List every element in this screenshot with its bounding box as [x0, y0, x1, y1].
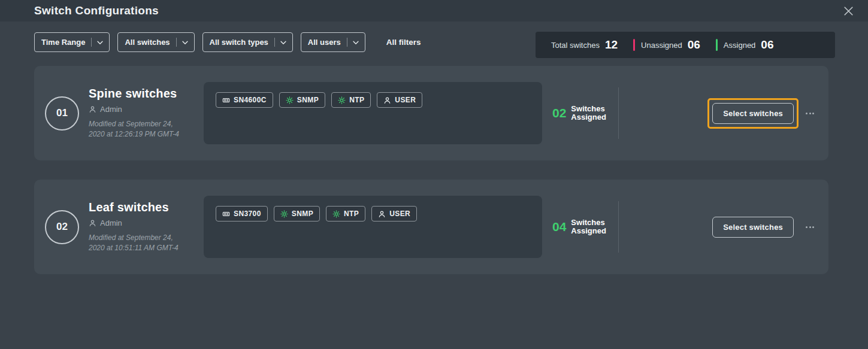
tag-label: NTP: [349, 96, 364, 104]
card-title: Spine switches: [89, 87, 204, 101]
assigned-indicator: [716, 39, 718, 51]
switch-icon: [222, 96, 230, 104]
user-icon: [89, 105, 96, 113]
modified-timestamp: Modified at September 24, 2020 at 12:26:…: [89, 119, 204, 139]
select-switches-button[interactable]: Select switches: [712, 103, 794, 124]
tag: SNMP: [279, 92, 325, 108]
dropdown-label: All switch types: [210, 38, 268, 47]
config-card: 02 Leaf switches Admin Modified at Septe…: [34, 180, 828, 274]
config-card: 01 Spine switches Admin Modified at Sept…: [34, 66, 828, 160]
gear-icon: [332, 210, 340, 218]
page-title: Switch Configurations: [34, 4, 159, 17]
select-switches-button[interactable]: Select switches: [712, 217, 794, 238]
dropdown-label: Time Range: [41, 38, 85, 47]
unassigned-label: Unassigned: [641, 41, 682, 50]
total-switches-value: 12: [605, 38, 618, 51]
tag-label: SNMP: [297, 96, 319, 104]
tag-label: SN3700: [234, 210, 261, 218]
divider: [618, 87, 619, 139]
dropdown-label: All users: [308, 38, 341, 47]
switch-icon: [222, 210, 230, 218]
user-icon: [378, 210, 386, 218]
tag: SN4600C: [216, 92, 273, 108]
tag: SNMP: [274, 206, 320, 221]
card-actions: Select switches: [707, 212, 816, 242]
card-index-badge: 02: [45, 210, 79, 244]
gear-icon: [338, 96, 346, 104]
config-tags-panel: SN3700 SNMP NTP USER: [204, 196, 542, 258]
close-icon[interactable]: [842, 5, 855, 17]
divider: [618, 201, 619, 253]
card-owner: Admin: [89, 218, 204, 227]
tag: USER: [371, 206, 417, 221]
chevron-down-icon: [176, 38, 189, 47]
switches-assigned: 02 Switches Assigned: [552, 105, 606, 122]
dropdown-label: All switches: [125, 38, 170, 47]
more-options-button[interactable]: [806, 221, 814, 233]
tag-label: SNMP: [292, 210, 313, 218]
time-range-dropdown[interactable]: Time Range: [34, 32, 110, 52]
card-info: Leaf switches Admin Modified at Septembe…: [89, 201, 204, 253]
app-header: Switch Configurations: [0, 0, 868, 22]
modified-timestamp: Modified at September 24, 2020 at 10:51:…: [89, 233, 204, 253]
highlight-annotation: Select switches: [707, 212, 799, 242]
filter-bar: Time Range All switches All switch types…: [34, 32, 421, 52]
all-filters-link[interactable]: All filters: [386, 38, 421, 47]
unassigned-value: 06: [688, 38, 700, 51]
chevron-down-icon: [347, 38, 360, 47]
all-switch-types-dropdown[interactable]: All switch types: [202, 32, 293, 52]
tag-label: USER: [395, 96, 416, 104]
assigned-count: 02: [552, 106, 566, 120]
gear-icon: [280, 210, 288, 218]
all-users-dropdown[interactable]: All users: [301, 32, 365, 52]
card-info: Spine switches Admin Modified at Septemb…: [89, 87, 204, 139]
user-icon: [383, 96, 391, 104]
all-switches-dropdown[interactable]: All switches: [117, 32, 194, 52]
tag: USER: [377, 92, 422, 108]
card-index-badge: 01: [45, 96, 79, 131]
card-title: Leaf switches: [89, 201, 204, 214]
tag-label: USER: [389, 210, 410, 218]
owner-name: Admin: [100, 218, 122, 227]
tag: NTP: [326, 206, 365, 221]
total-switches-label: Total switches: [551, 41, 600, 50]
config-tags-panel: SN4600C SNMP NTP USER: [204, 82, 542, 144]
chevron-down-icon: [91, 38, 104, 47]
unassigned-indicator: [633, 39, 635, 51]
chevron-down-icon: [274, 38, 288, 47]
tag-label: SN4600C: [234, 96, 267, 104]
switches-assigned: 04 Switches Assigned: [552, 218, 606, 236]
user-icon: [89, 219, 96, 227]
tag: SN3700: [216, 206, 268, 221]
tag-label: NTP: [344, 210, 359, 218]
assigned-label: Assigned: [724, 41, 755, 50]
assigned-count-label: Switches Assigned: [571, 218, 606, 236]
assigned-count: 04: [552, 220, 566, 234]
highlight-annotation: Select switches: [707, 98, 799, 129]
card-actions: Select switches: [707, 98, 816, 129]
stats-bar: Total switches 12 Unassigned 06 Assigned…: [536, 32, 835, 58]
owner-name: Admin: [100, 105, 122, 114]
assigned-count-label: Switches Assigned: [571, 105, 606, 122]
more-options-button[interactable]: [806, 107, 814, 119]
assigned-value: 06: [761, 38, 773, 51]
gear-icon: [286, 96, 294, 104]
tag: NTP: [331, 92, 371, 108]
card-owner: Admin: [89, 105, 204, 114]
